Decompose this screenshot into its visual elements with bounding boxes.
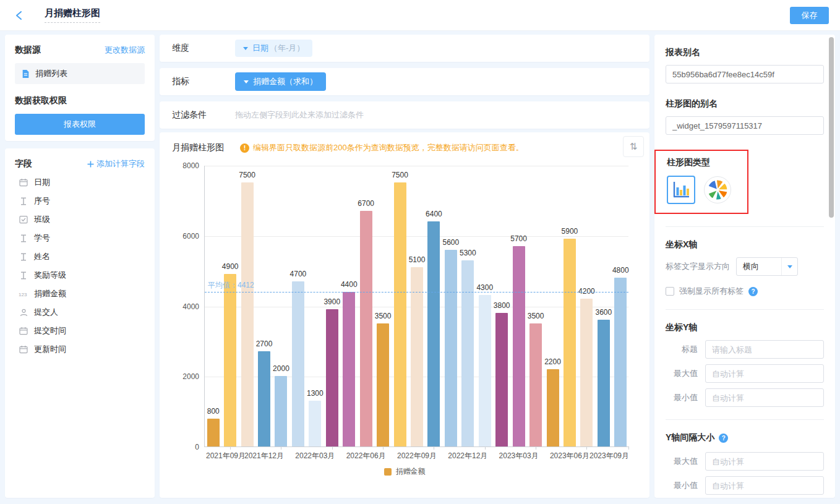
bar[interactable] xyxy=(529,323,542,446)
field-item[interactable]: 123捐赠金额 xyxy=(15,284,145,303)
report-permission-button[interactable]: 报表权限 xyxy=(15,114,145,135)
bar-value-label: 4700 xyxy=(275,270,322,278)
bar-value-label: 5300 xyxy=(444,249,491,257)
bar[interactable] xyxy=(495,313,508,446)
divider xyxy=(666,309,824,310)
field-item-label: 更新时间 xyxy=(34,344,66,355)
dimension-label: 维度 xyxy=(172,43,235,54)
x-axis-tick xyxy=(332,446,333,450)
divider xyxy=(666,226,824,227)
change-datasource-link[interactable]: 更改数据源 xyxy=(105,45,145,56)
bar[interactable] xyxy=(394,182,406,446)
text-icon xyxy=(19,197,28,205)
interval-min-input[interactable] xyxy=(705,476,824,495)
x-axis-tick xyxy=(536,446,536,450)
fields-title: 字段 xyxy=(15,158,32,169)
bar-value-label: 4300 xyxy=(461,283,508,292)
widget-alias-label: 柱形图的别名 xyxy=(666,98,824,109)
bar[interactable] xyxy=(614,278,627,446)
bar[interactable] xyxy=(479,295,491,446)
bar[interactable] xyxy=(360,211,372,446)
y-max-input[interactable] xyxy=(705,364,824,383)
field-item[interactable]: 序号 xyxy=(15,192,145,210)
field-item[interactable]: 提交人 xyxy=(15,303,145,322)
select-icon xyxy=(19,215,28,224)
warning-icon: ! xyxy=(240,143,249,153)
chart-warning: ! 编辑界面只取数据源前200条作为查询数据预览，完整数据请访问页面查看。 xyxy=(240,142,524,153)
bar[interactable] xyxy=(445,250,457,447)
bar[interactable] xyxy=(224,274,236,446)
gridline xyxy=(205,236,628,237)
document-icon xyxy=(21,69,30,79)
filter-placeholder: 拖动左侧字段到此处来添加过滤条件 xyxy=(235,109,364,121)
help-icon[interactable]: ? xyxy=(748,287,758,296)
back-icon[interactable] xyxy=(11,7,27,23)
bar-chart-type-icon[interactable] xyxy=(667,176,695,204)
chevron-down-icon xyxy=(244,80,249,83)
y-axis-tick-label: 6000 xyxy=(174,232,199,241)
bar[interactable] xyxy=(343,292,355,446)
metric-tag[interactable]: 捐赠金额（求和） xyxy=(235,72,326,91)
report-alias-input[interactable] xyxy=(666,65,824,83)
filter-row[interactable]: 过滤条件 拖动左侧字段到此处来添加过滤条件 xyxy=(160,101,649,129)
field-item[interactable]: 更新时间 xyxy=(15,340,145,359)
field-item-label: 奖励等级 xyxy=(34,270,66,281)
filter-label: 过滤条件 xyxy=(172,109,235,121)
scrollbar-thumb[interactable] xyxy=(829,37,834,218)
label-direction-select[interactable]: 横向 xyxy=(736,257,798,276)
bar[interactable] xyxy=(513,246,525,446)
field-item-label: 提交时间 xyxy=(34,325,66,336)
field-item[interactable]: 奖励等级 xyxy=(15,266,145,284)
bar[interactable] xyxy=(309,401,321,446)
sort-button[interactable]: ⇅ xyxy=(623,136,644,157)
x-axis-tick xyxy=(628,446,629,450)
dimension-tag[interactable]: 日期 （年-月） xyxy=(235,40,312,57)
calendar-icon xyxy=(19,178,28,187)
field-item[interactable]: 班级 xyxy=(15,210,145,229)
chart-type-label: 柱形图类型 xyxy=(667,157,740,168)
datasource-item-label: 捐赠列表 xyxy=(35,68,67,79)
divider xyxy=(666,419,824,420)
plus-icon xyxy=(87,161,94,168)
permission-title: 数据获取权限 xyxy=(15,95,145,106)
bar[interactable] xyxy=(241,182,254,446)
average-line-label: 平均值：4412 xyxy=(208,280,254,291)
y-min-input[interactable] xyxy=(705,388,824,407)
bar-value-label: 7500 xyxy=(224,171,271,179)
widget-alias-input[interactable] xyxy=(666,116,824,135)
gridline xyxy=(205,166,628,166)
bar[interactable] xyxy=(292,281,304,446)
add-calc-field-link[interactable]: 添加计算字段 xyxy=(87,158,145,169)
pie-chart-type-icon[interactable] xyxy=(704,176,731,203)
calendar-icon xyxy=(19,345,28,354)
field-item-label: 序号 xyxy=(34,195,50,207)
bar[interactable] xyxy=(377,323,389,446)
y-axis-tick-label: 2000 xyxy=(174,372,199,381)
save-button[interactable]: 保存 xyxy=(790,7,829,24)
help-icon[interactable]: ? xyxy=(719,434,728,443)
bar[interactable] xyxy=(580,299,593,446)
y-axis-tick-label: 8000 xyxy=(174,161,199,170)
bar[interactable] xyxy=(275,376,287,446)
bar[interactable] xyxy=(207,419,220,447)
person-icon xyxy=(19,309,28,317)
bar[interactable] xyxy=(564,239,576,446)
y-title-input[interactable] xyxy=(705,340,824,359)
chart-type-highlight-box: 柱形图类型 xyxy=(654,150,748,214)
interval-max-input[interactable] xyxy=(705,452,824,471)
bar[interactable] xyxy=(411,267,423,446)
field-item[interactable]: 姓名 xyxy=(15,247,145,266)
force-show-labels-checkbox[interactable] xyxy=(666,287,674,296)
field-item[interactable]: 日期 xyxy=(15,173,145,192)
bar[interactable] xyxy=(427,221,440,446)
field-item[interactable]: 学号 xyxy=(15,229,145,247)
chart-legend[interactable]: 捐赠金额 xyxy=(160,466,649,477)
x-axis-tick xyxy=(434,446,434,450)
bar[interactable] xyxy=(326,309,338,446)
y-min-label: 最小值 xyxy=(666,392,698,403)
bar[interactable] xyxy=(547,369,559,446)
bar[interactable] xyxy=(598,320,610,446)
y-axis-tick-label: 0 xyxy=(174,443,199,451)
field-item[interactable]: 提交时间 xyxy=(15,322,145,340)
datasource-item[interactable]: 捐赠列表 xyxy=(15,63,145,84)
